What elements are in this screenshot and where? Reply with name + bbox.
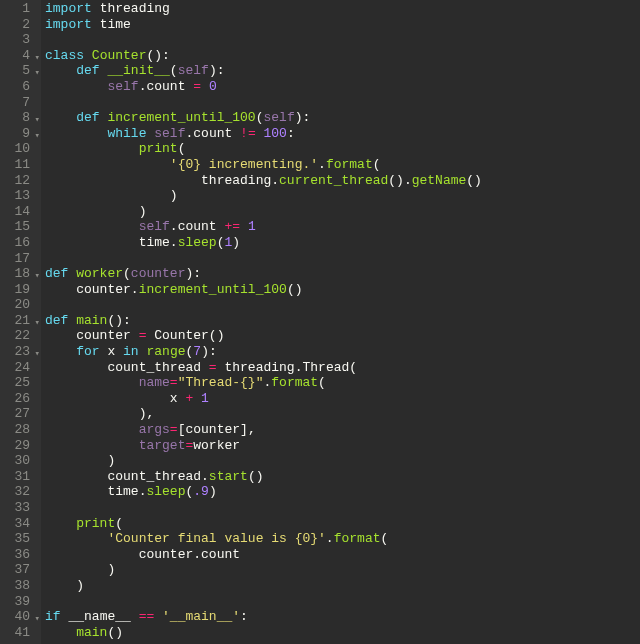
line-number[interactable]: 4▾ — [0, 48, 41, 64]
line-number[interactable]: 37 — [0, 562, 41, 578]
class-name: Counter — [92, 48, 147, 63]
builtin-print: print — [76, 516, 115, 531]
string-literal: '{0} incrementing.' — [170, 157, 318, 172]
line-number[interactable]: 21▾ — [0, 313, 41, 329]
kwarg: target — [139, 438, 186, 453]
method: sleep — [146, 484, 185, 499]
module-ref: threading — [224, 360, 294, 375]
method: format — [334, 531, 381, 546]
line-number[interactable]: 11 — [0, 157, 41, 173]
method: increment_until_100 — [139, 282, 287, 297]
code-area[interactable]: import threading import time class Count… — [41, 0, 640, 644]
keyword-def: def — [45, 266, 68, 281]
line-number[interactable]: 41 — [0, 625, 41, 641]
op-assign: = — [185, 79, 208, 94]
keyword-def: def — [45, 313, 68, 328]
line-number[interactable]: 10 — [0, 141, 41, 157]
method: start — [209, 469, 248, 484]
line-number[interactable]: 8▾ — [0, 110, 41, 126]
method: current_thread — [279, 173, 388, 188]
line-number[interactable]: 25 — [0, 375, 41, 391]
op-plus: + — [178, 391, 201, 406]
line-number[interactable]: 15 — [0, 219, 41, 235]
line-number[interactable]: 20 — [0, 297, 41, 313]
arg: counter — [131, 266, 186, 281]
op-ne: != — [232, 126, 263, 141]
number: 1 — [201, 391, 209, 406]
line-number[interactable]: 12 — [0, 173, 41, 189]
line-number[interactable]: 14 — [0, 204, 41, 220]
class-ref: Thread — [302, 360, 349, 375]
line-number[interactable]: 22 — [0, 328, 41, 344]
class-ref: Counter — [154, 328, 209, 343]
kwarg: name — [139, 375, 170, 390]
number: .9 — [193, 484, 209, 499]
line-number[interactable]: 30 — [0, 453, 41, 469]
var: counter — [139, 547, 194, 562]
func-call: main — [76, 625, 107, 640]
line-number[interactable]: 34 — [0, 516, 41, 532]
line-number[interactable]: 23▾ — [0, 344, 41, 360]
var: counter — [185, 422, 240, 437]
var: count_thread — [107, 360, 201, 375]
line-number[interactable]: 17 — [0, 251, 41, 267]
line-number[interactable]: 39 — [0, 594, 41, 610]
number: 0 — [209, 79, 217, 94]
line-number[interactable]: 13 — [0, 188, 41, 204]
method-format: format — [326, 157, 373, 172]
op-plus-eq: += — [217, 219, 248, 234]
attr: count — [178, 219, 217, 234]
string-literal: 'Counter final value is {0}' — [107, 531, 325, 546]
line-number[interactable]: 27 — [0, 406, 41, 422]
string-literal: '__main__' — [162, 609, 240, 624]
op-assign: = — [201, 360, 224, 375]
attr: count — [193, 126, 232, 141]
line-number[interactable]: 29 — [0, 438, 41, 454]
attr: count — [201, 547, 240, 562]
module-name: threading — [100, 1, 170, 16]
line-number[interactable]: 1 — [0, 1, 41, 17]
line-number[interactable]: 6 — [0, 79, 41, 95]
keyword-for: for — [76, 344, 99, 359]
line-number-gutter[interactable]: 1234▾5▾678▾9▾101112131415161718▾192021▾2… — [0, 0, 41, 644]
line-number[interactable]: 9▾ — [0, 126, 41, 142]
keyword-if: if — [45, 609, 61, 624]
keyword-def: def — [76, 63, 99, 78]
line-number[interactable]: 32 — [0, 484, 41, 500]
ref-self: self — [154, 126, 185, 141]
line-number[interactable]: 28 — [0, 422, 41, 438]
keyword-def: def — [76, 110, 99, 125]
ref-self: self — [139, 219, 170, 234]
kwarg: args — [139, 422, 170, 437]
code-editor: 1234▾5▾678▾9▾101112131415161718▾192021▾2… — [0, 0, 640, 644]
line-number[interactable]: 36 — [0, 547, 41, 563]
line-number[interactable]: 24 — [0, 360, 41, 376]
op-assign: = — [131, 328, 154, 343]
line-number[interactable]: 26 — [0, 391, 41, 407]
line-number[interactable]: 2 — [0, 17, 41, 33]
arg-self: self — [263, 110, 294, 125]
line-number[interactable]: 33 — [0, 500, 41, 516]
number: 1 — [248, 219, 256, 234]
module-ref: threading — [201, 173, 271, 188]
line-number[interactable]: 18▾ — [0, 266, 41, 282]
keyword-class: class — [45, 48, 84, 63]
line-number[interactable]: 19 — [0, 282, 41, 298]
var: count_thread — [107, 469, 201, 484]
function-name: __init__ — [107, 63, 169, 78]
line-number[interactable]: 5▾ — [0, 63, 41, 79]
line-number[interactable]: 40▾ — [0, 609, 41, 625]
function-name: worker — [76, 266, 123, 281]
op-eq: == — [131, 609, 162, 624]
func-ref: worker — [193, 438, 240, 453]
ref-self: self — [107, 79, 138, 94]
line-number[interactable]: 16 — [0, 235, 41, 251]
number: 100 — [264, 126, 287, 141]
line-number[interactable]: 31 — [0, 469, 41, 485]
var: x — [170, 391, 178, 406]
line-number[interactable]: 7 — [0, 95, 41, 111]
line-number[interactable]: 35 — [0, 531, 41, 547]
line-number[interactable]: 38 — [0, 578, 41, 594]
line-number[interactable]: 3 — [0, 32, 41, 48]
builtin-range: range — [146, 344, 185, 359]
